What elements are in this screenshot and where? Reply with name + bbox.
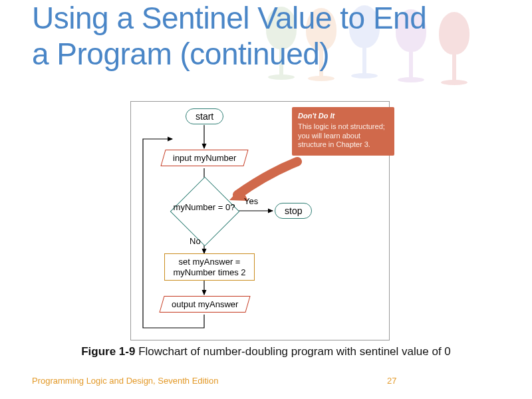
flow-start: start	[186, 108, 223, 124]
dont-do-it-callout: Don't Do It This logic is not structured…	[292, 107, 394, 156]
footer-page-number: 27	[387, 376, 396, 386]
flow-input: input myNumber	[160, 150, 249, 166]
process-label: set myAnswer = myNumber times 2	[173, 257, 245, 277]
start-label: start	[196, 111, 213, 122]
figure-caption: Figure 1-9 Flowchart of number-doubling …	[60, 344, 472, 360]
no-label: No	[190, 236, 201, 246]
title-line-1: Using a Sentinel Value to End	[32, 1, 426, 35]
output-label: output myAnswer	[172, 299, 238, 309]
flow-output: output myAnswer	[159, 296, 251, 313]
decision-text: myNumber = 0?	[171, 203, 237, 213]
flowchart-figure: start input myNumber myNumber = 0? Yes N…	[130, 101, 390, 340]
flow-stop: stop	[275, 203, 312, 219]
input-label: input myNumber	[173, 153, 236, 163]
yes-label: Yes	[244, 196, 258, 206]
stop-label: stop	[285, 205, 302, 216]
caption-text: Flowchart of number-doubling program wit…	[135, 345, 450, 358]
footer-book-title: Programming Logic and Design, Seventh Ed…	[32, 376, 218, 386]
caption-label: Figure 1-9	[81, 345, 135, 358]
callout-heading: Don't Do It	[298, 112, 388, 121]
callout-body: This logic is not structured; you will l…	[298, 122, 385, 149]
slide-title: Using a Sentinel Value to End a Program …	[0, 0, 532, 72]
title-line-2: a Program (continued)	[32, 37, 329, 71]
flow-process: set myAnswer = myNumber times 2	[164, 253, 255, 281]
